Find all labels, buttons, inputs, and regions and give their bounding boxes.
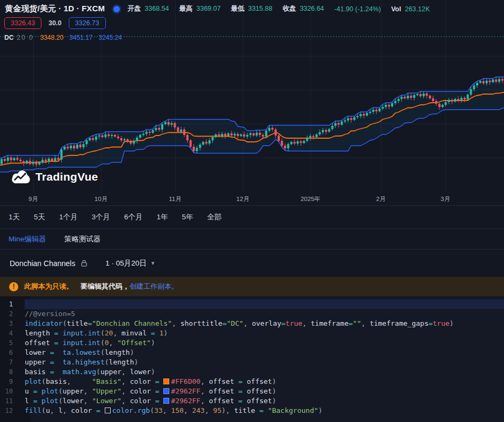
warning-icon: ! [9, 282, 18, 291]
color-swatch[interactable] [163, 378, 169, 384]
range-button[interactable]: 1个月 [59, 212, 78, 222]
watermark-text: TradingVue [35, 170, 98, 183]
pine-script-editor[interactable]: 12//@version=53indicator(title="Donchian… [0, 296, 504, 422]
code-text[interactable]: basis = math.avg(upper, lower) [25, 367, 504, 377]
warning-bold-text: 此脚本为只读。 [24, 282, 73, 291]
code-line[interactable]: 9plot(basis, "Basis", color = #FF6D00, o… [0, 377, 504, 387]
code-line[interactable]: 11l = plot(lower, "Lower", color = #2962… [0, 396, 504, 406]
time-axis-label: 12月 [236, 195, 249, 203]
cloud-chart-icon [11, 169, 31, 184]
code-line[interactable]: 8basis = math.avg(upper, lower) [0, 367, 504, 377]
range-selector: 1天5天1个月3个月6个月1年5年全部 [0, 206, 504, 229]
chart-panel[interactable]: 黄金现货/美元 · 1D · FXCM 开盘3368.54最高3369.07最低… [0, 0, 504, 192]
range-button[interactable]: 5年 [182, 212, 193, 222]
indicator-short-name: DC [4, 34, 13, 41]
code-text[interactable]: l = plot(lower, "Lower", color = #2962FF… [25, 396, 504, 406]
ask-price-badge[interactable]: 3326.73 [69, 17, 106, 29]
stat-item: 最低3315.88 [231, 4, 272, 13]
stat-item: 最高3369.07 [179, 4, 221, 13]
line-number: 12 [0, 406, 21, 416]
color-swatch-transparent[interactable] [105, 407, 111, 413]
script-title: Donchian Channels [10, 259, 75, 268]
line-number: 4 [0, 328, 21, 338]
time-axis[interactable]: 9月10月11月12月2025年2月3月 [0, 192, 504, 206]
indicator-legend[interactable]: DC 20 0 3348.20 3451.17 3245.24 [4, 34, 128, 41]
time-axis-label: 9月 [28, 195, 38, 203]
range-button[interactable]: 3个月 [92, 212, 111, 222]
ohlc-stats: 开盘3368.54最高3369.07最低3315.88收盘3326.64-41.… [127, 4, 440, 13]
stat-item: 收盘3326.64 [283, 4, 324, 13]
line-number: 8 [0, 367, 21, 377]
code-line[interactable]: 6lower = ta.lowest(length) [0, 348, 504, 357]
line-number: 10 [0, 387, 21, 396]
line-number: 9 [0, 377, 21, 387]
indicator-lower-value: 3245.24 [98, 34, 121, 41]
line-number: 5 [0, 338, 21, 348]
warning-normal-text: 要编辑其代码， [81, 282, 129, 291]
time-axis-label: 11月 [169, 195, 181, 203]
range-button[interactable]: 5天 [34, 212, 45, 222]
time-axis-label: 10月 [95, 195, 107, 203]
readonly-warning: ! 此脚本为只读。 要编辑其代码， 创建工作副本。 [0, 277, 504, 296]
code-line[interactable]: 2//@version=5 [0, 309, 504, 319]
chevron-down-icon[interactable]: ▾ [152, 260, 155, 267]
create-working-copy-link[interactable]: 创建工作副本。 [129, 282, 178, 291]
code-line[interactable]: 1 [0, 299, 504, 309]
quote-row: 3326.43 30.0 3326.73 [4, 17, 106, 29]
line-number: 6 [0, 348, 21, 357]
line-number: 2 [0, 309, 21, 319]
code-text[interactable]: offset = input.int(0, "Offset") [25, 338, 504, 348]
tab-strategy-tester[interactable]: 策略测试器 [64, 234, 101, 244]
time-axis-label: 2月 [376, 195, 386, 203]
line-number: 1 [0, 299, 21, 309]
code-line[interactable]: 10u = plot(upper, "Upper", color = #2962… [0, 387, 504, 396]
code-text[interactable]: upper = ta.highest(length) [25, 357, 504, 367]
line-number: 11 [0, 396, 21, 406]
indicator-basis-value: 3348.20 [40, 34, 63, 41]
time-axis-label: 2025年 [300, 195, 320, 203]
indicator-upper-value: 3451.17 [69, 34, 92, 41]
range-button[interactable]: 6个月 [124, 212, 143, 222]
bottom-tabs: Mine编辑器策略测试器 [0, 229, 504, 249]
line-number: 3 [0, 319, 21, 328]
watermark-logo: TradingVue [11, 169, 98, 184]
color-swatch[interactable] [163, 398, 169, 404]
code-text[interactable]: u = plot(upper, "Upper", color = #2962FF… [25, 387, 504, 396]
code-line[interactable]: 7upper = ta.highest(length) [0, 357, 504, 367]
script-version-selector[interactable]: 1 · 05月20日 [105, 259, 147, 268]
code-text[interactable]: indicator(title="Donchian Channels", sho… [25, 319, 504, 328]
lock-icon [80, 259, 88, 267]
time-axis-label: 3月 [441, 195, 450, 203]
code-line[interactable]: 5offset = input.int(0, "Offset") [0, 338, 504, 348]
tab-editor[interactable]: Mine编辑器 [9, 234, 46, 244]
range-button[interactable]: 1年 [157, 212, 168, 222]
spread-value: 30.0 [48, 19, 61, 27]
code-line[interactable]: 12fill(u, l, color = color.rgb(33, 150, … [0, 406, 504, 416]
range-button[interactable]: 1天 [9, 212, 20, 222]
code-text[interactable] [25, 299, 504, 309]
code-text[interactable]: lower = ta.lowest(length) [25, 348, 504, 357]
data-feed-dot-icon [113, 6, 120, 12]
line-number: 7 [0, 357, 21, 367]
color-swatch[interactable] [163, 388, 169, 394]
stat-item: Vol263.12K [391, 5, 430, 13]
stat-item: -41.90 (-1.24%) [334, 5, 381, 13]
code-text[interactable]: fill(u, l, color = color.rgb(33, 150, 24… [25, 406, 504, 416]
symbol-header: 黄金现货/美元 · 1D · FXCM 开盘3368.54最高3369.07最低… [5, 4, 440, 14]
script-header: Donchian Channels 1 · 05月20日 ▾ [0, 249, 504, 277]
code-text[interactable]: length = input.int(20, minval = 1) [25, 328, 504, 338]
code-line[interactable]: 3indicator(title="Donchian Channels", sh… [0, 319, 504, 328]
bid-price-badge[interactable]: 3326.43 [4, 17, 41, 29]
code-line[interactable]: 4length = input.int(20, minval = 1) [0, 328, 504, 338]
code-text[interactable]: //@version=5 [25, 309, 504, 319]
stat-item: 开盘3368.54 [127, 4, 169, 13]
range-button[interactable]: 全部 [207, 212, 222, 222]
symbol-title[interactable]: 黄金现货/美元 · 1D · FXCM [5, 4, 105, 14]
indicator-params: 20 0 [17, 34, 33, 41]
code-text[interactable]: plot(basis, "Basis", color = #FF6D00, of… [25, 377, 504, 387]
